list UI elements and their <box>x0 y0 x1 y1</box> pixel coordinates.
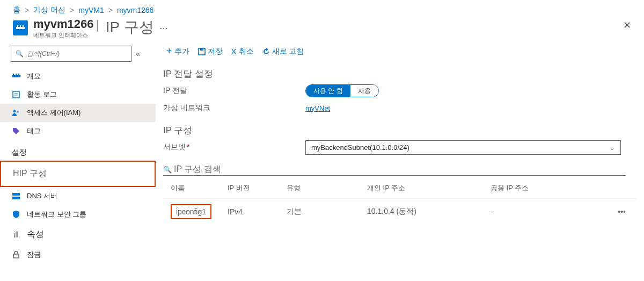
toolbar-label: 추가 <box>174 47 189 56</box>
ipconfig-private-ip: 10.1.0.4 (동적) <box>367 207 491 217</box>
ip-config-search-input[interactable] <box>174 164 626 174</box>
row-more-button[interactable]: ••• <box>615 207 636 216</box>
network-interface-icon <box>13 20 28 35</box>
sidebar-item-label: 잠금 <box>27 250 41 260</box>
add-button[interactable]: + 추가 <box>163 46 193 57</box>
svg-rect-0 <box>16 27 25 29</box>
chevron-down-icon: ⌄ <box>609 143 615 152</box>
ip-forwarding-section-title: IP 전달 설정 <box>163 68 631 80</box>
ipconfig-name: ipconfig1 <box>171 204 211 219</box>
svg-rect-14 <box>12 197 20 199</box>
ip-config-section-title: IP 구성 <box>163 124 631 136</box>
more-icon[interactable]: ⋯ <box>159 23 168 33</box>
ip-config-search[interactable]: 🔍 <box>163 163 626 176</box>
sidebar-item-label: 개요 <box>27 71 41 81</box>
breadcrumb-myvm1266[interactable]: myvm1266 <box>117 6 153 15</box>
breadcrumb-vm[interactable]: 가상 머신 <box>33 5 65 15</box>
network-interface-icon <box>12 74 20 79</box>
breadcrumb-home[interactable]: 홈 <box>13 5 20 15</box>
svg-rect-8 <box>13 91 19 98</box>
ipconfig-version: IPv4 <box>228 207 287 216</box>
sidebar-item-nsg[interactable]: 네트워크 보안 그룹 <box>0 205 156 224</box>
sidebar-item-activity-log[interactable]: 활동 로그 <box>0 85 156 104</box>
chevron-right-icon: > <box>25 6 29 15</box>
sidebar-search[interactable]: 🔍 <box>11 46 131 62</box>
people-icon <box>12 109 20 117</box>
table-row[interactable]: ipconfig1 IPv4 기본 10.1.0.4 (동적) - ••• <box>163 199 636 225</box>
col-type: 유형 <box>287 183 367 193</box>
svg-rect-4 <box>12 75 20 77</box>
chevron-right-icon: > <box>108 6 113 15</box>
toolbar-label: 저장 <box>208 47 223 56</box>
sidebar-item-overview[interactable]: 개요 <box>0 67 156 85</box>
sidebar: 🔍 « 개요 활동 로그 액세스 제어(IAM) 태그 설정 HIP 구성 D <box>0 39 156 268</box>
svg-rect-1 <box>17 25 18 27</box>
refresh-button[interactable]: 새로 고침 <box>259 47 308 56</box>
discard-button[interactable]: X 취소 <box>228 47 257 56</box>
toolbar: + 추가 저장 X 취소 새로 고침 <box>158 44 631 64</box>
svg-rect-5 <box>13 74 14 75</box>
log-icon <box>12 91 20 98</box>
breadcrumb-myvm1[interactable]: myVM1 <box>78 6 104 15</box>
sidebar-item-dns-servers[interactable]: DNS 서버 <box>0 187 156 205</box>
svg-point-11 <box>13 110 16 113</box>
tag-icon <box>12 127 20 135</box>
close-icon[interactable]: ✕ <box>623 19 631 31</box>
plus-icon: + <box>166 46 172 57</box>
svg-rect-2 <box>20 25 21 27</box>
col-private-ip: 개인 IP 주소 <box>367 183 491 193</box>
sidebar-search-input[interactable] <box>27 50 127 57</box>
col-version: IP 버전 <box>228 183 287 193</box>
breadcrumb: 홈 > 가상 머신 > myVM1 > myvm1266 <box>0 0 644 17</box>
ip-forwarding-toggle[interactable]: 사용 안 함 사용 <box>305 84 379 97</box>
svg-rect-13 <box>12 193 20 196</box>
toolbar-label: 새로 고침 <box>272 47 304 56</box>
chevron-right-icon: > <box>70 6 74 15</box>
shield-icon <box>12 211 20 218</box>
sidebar-item-label: 네트워크 보안 그룹 <box>27 210 86 219</box>
svg-point-12 <box>17 111 19 113</box>
subnet-value: myBackendSubnet(10.1.0.0/24) <box>311 143 409 152</box>
svg-rect-15 <box>13 254 19 258</box>
virtual-network-link[interactable]: myVNet <box>305 104 330 112</box>
svg-rect-7 <box>18 74 19 75</box>
col-public-ip: 공용 IP 주소 <box>491 183 615 193</box>
sidebar-item-tags[interactable]: 태그 <box>0 122 156 140</box>
sidebar-section-settings: 설정 <box>0 140 156 161</box>
refresh-icon <box>262 48 270 55</box>
ipconfig-public-ip: - <box>491 207 615 216</box>
title-separator: | <box>96 17 99 32</box>
svg-rect-3 <box>23 25 24 27</box>
lock-icon <box>12 251 20 258</box>
sidebar-item-label: 액세스 제어(IAM) <box>27 108 80 118</box>
ip-config-table: 이름 IP 버전 유형 개인 IP 주소 공용 IP 주소 ipconfig1 … <box>163 178 636 225</box>
toolbar-label: 취소 <box>239 47 254 56</box>
main-content: + 추가 저장 X 취소 새로 고침 IP 전달 설정 IP 전달 사용 안 함… <box>156 39 644 268</box>
sidebar-item-label: DNS 서버 <box>27 191 57 201</box>
svg-rect-17 <box>200 48 203 51</box>
collapse-icon[interactable]: « <box>136 49 140 58</box>
x-icon: X <box>231 47 237 56</box>
sidebar-item-locks[interactable]: 잠금 <box>0 246 156 264</box>
ipconfig-type: 기본 <box>287 207 367 217</box>
properties-icon: ill <box>12 230 20 239</box>
toggle-disabled[interactable]: 사용 안 함 <box>306 85 350 97</box>
search-icon: 🔍 <box>16 50 24 57</box>
subnet-select[interactable]: myBackendSubnet(10.1.0.0/24) ⌄ <box>305 140 621 155</box>
sidebar-item-ip-configurations[interactable]: HIP 구성 <box>0 161 156 187</box>
resource-title: myvm1266 <box>33 17 94 31</box>
dns-icon <box>12 193 20 199</box>
subnet-label: 서브넷* <box>163 142 305 152</box>
required-indicator: * <box>187 142 189 151</box>
save-button[interactable]: 저장 <box>195 47 226 56</box>
col-name: 이름 <box>163 183 228 193</box>
sidebar-item-access-control[interactable]: 액세스 제어(IAM) <box>0 104 156 122</box>
resource-type-label: 네트워크 인터페이스 <box>33 31 94 39</box>
table-header: 이름 IP 버전 유형 개인 IP 주소 공용 IP 주소 <box>163 178 636 199</box>
sidebar-item-label: 활동 로그 <box>27 90 57 99</box>
sidebar-item-properties[interactable]: ill 속성 <box>0 224 156 246</box>
sidebar-item-label: HIP 구성 <box>13 168 47 179</box>
toggle-enabled[interactable]: 사용 <box>350 85 378 97</box>
save-icon <box>198 48 206 55</box>
ip-forwarding-label: IP 전달 <box>163 86 305 96</box>
